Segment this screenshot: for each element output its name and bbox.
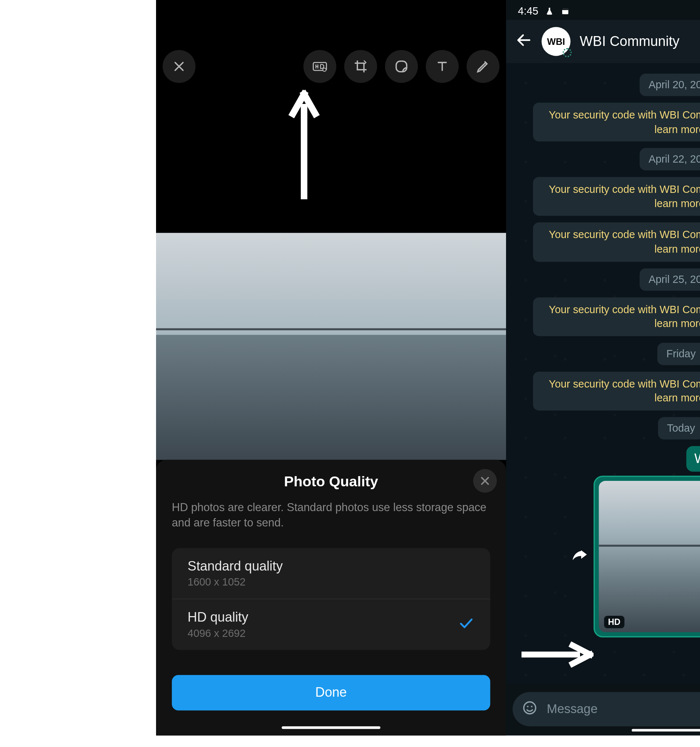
outgoing-image-message[interactable]: HD 4:45 AM <box>594 476 700 638</box>
svg-point-10 <box>524 702 535 714</box>
emoji-icon <box>522 700 537 716</box>
date-separator: April 25, 2023 <box>640 268 700 290</box>
date-separator: Friday <box>657 343 700 365</box>
editor-toolbar <box>156 49 506 83</box>
annotation-arrow-up <box>288 88 321 200</box>
message-input-container <box>513 692 700 726</box>
text-icon <box>434 59 450 74</box>
hd-badge: HD <box>604 616 624 628</box>
date-separator: April 20, 2023 <box>640 74 700 96</box>
option-standard-quality[interactable]: Standard quality 1600 x 1052 <box>172 548 490 599</box>
chat-header: WBI WBI Community <box>506 20 700 63</box>
crop-rotate-icon <box>353 59 369 74</box>
date-separator: Today <box>658 417 700 439</box>
draw-tool-button[interactable] <box>467 50 499 83</box>
hd-quality-button[interactable] <box>303 50 336 83</box>
forward-button[interactable] <box>571 546 588 566</box>
image-thumbnail <box>599 481 700 632</box>
flask-icon <box>545 6 554 16</box>
message-input[interactable] <box>547 702 700 717</box>
photo-quality-sheet: Photo Quality HD photos are clearer. Sta… <box>156 460 506 735</box>
home-indicator <box>632 729 700 731</box>
pencil-icon <box>475 59 491 74</box>
sticker-button[interactable] <box>385 50 418 83</box>
svg-point-12 <box>531 706 532 707</box>
sticker-icon <box>393 59 409 74</box>
system-message[interactable]: Your security code with WBI Community ch… <box>533 177 700 216</box>
done-button[interactable]: Done <box>172 675 490 710</box>
svg-point-1 <box>323 68 326 71</box>
close-button[interactable] <box>163 50 195 83</box>
svg-point-11 <box>527 706 528 707</box>
option-dimensions: 1600 x 1052 <box>188 576 283 588</box>
arrow-left-icon <box>515 32 532 49</box>
date-separator: April 22, 2023 <box>640 148 700 170</box>
emoji-button[interactable] <box>522 700 537 718</box>
option-dimensions: 4096 x 2692 <box>188 628 248 639</box>
status-time: 4:45 <box>518 5 538 17</box>
crop-rotate-button[interactable] <box>344 50 377 83</box>
calendar-icon <box>561 6 570 16</box>
avatar-text: WBI <box>547 36 565 47</box>
chat-avatar[interactable]: WBI <box>541 27 570 56</box>
text-tool-button[interactable] <box>426 50 459 83</box>
close-icon <box>478 474 491 487</box>
system-message[interactable]: Your security code with WBI Community ch… <box>533 372 700 410</box>
system-message[interactable]: Your security code with WBI Community ch… <box>533 297 700 336</box>
back-button[interactable] <box>515 32 532 51</box>
outgoing-text-message[interactable]: WABETAINFO 4:37 AM <box>686 446 700 472</box>
system-message[interactable]: Your security code with WBI Community ch… <box>533 103 700 142</box>
message-list[interactable]: April 20, 2023 Your security code with W… <box>506 63 700 684</box>
home-indicator <box>282 726 381 729</box>
checkmark-icon <box>457 615 474 634</box>
hd-settings-icon <box>312 59 328 74</box>
quality-options: Standard quality 1600 x 1052 HD quality … <box>172 548 490 650</box>
option-label: Standard quality <box>188 558 283 574</box>
svg-rect-4 <box>562 8 568 10</box>
sheet-close-button[interactable] <box>473 469 497 493</box>
option-label: HD quality <box>188 610 248 625</box>
photo-preview <box>156 233 506 460</box>
message-text: WABETAINFO <box>694 451 700 466</box>
close-icon <box>171 59 187 74</box>
sheet-description: HD photos are clearer. Standard photos u… <box>172 501 490 531</box>
status-bar: 4:45 <box>506 0 700 20</box>
sheet-title: Photo Quality <box>284 473 378 490</box>
media-editor-screen: WABETAINFO WABETAINFO Photo Quality HD p… <box>156 0 506 735</box>
message-input-bar <box>506 692 700 726</box>
chat-screen: 4:45 WBI WBI Community <box>506 0 700 735</box>
forward-icon <box>571 546 588 564</box>
chat-title[interactable]: WBI Community <box>580 33 700 49</box>
annotation-arrow-right <box>521 641 593 667</box>
svg-rect-2 <box>396 61 407 72</box>
option-hd-quality[interactable]: HD quality 4096 x 2692 <box>172 599 490 650</box>
system-message[interactable]: Your security code with WBI Community ch… <box>533 223 700 262</box>
